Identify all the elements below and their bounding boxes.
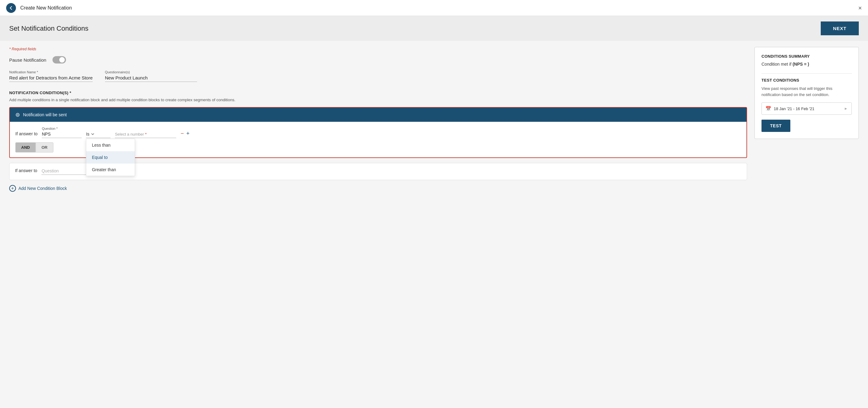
- questionnaires-group: Questionnaire(s) New Product Launch: [105, 70, 197, 82]
- plus-circle-icon: +: [9, 185, 16, 192]
- and-button[interactable]: AND: [16, 142, 36, 153]
- sub-header-title: Set Notification Conditions: [9, 25, 88, 33]
- calendar-icon: 📅: [766, 106, 771, 112]
- option-equal-to[interactable]: Equal to: [86, 151, 135, 163]
- option-greater-than[interactable]: Greater than: [86, 163, 135, 176]
- chevron-down-icon: [91, 132, 94, 135]
- fields-row: Notification Name * Red alert for Detrac…: [9, 70, 747, 82]
- pause-label: Pause Notification: [9, 57, 46, 63]
- toggle-thumb: [59, 57, 65, 63]
- add-condition-label: Add New Condition Block: [19, 186, 67, 191]
- conditions-summary-title: CONDITIONS SUMMARY: [762, 54, 852, 59]
- date-range-left: 📅 18 Jan '21 - 16 Feb '21: [766, 106, 814, 112]
- operator-dropdown-trigger[interactable]: Is: [86, 132, 111, 138]
- back-button[interactable]: [6, 3, 16, 13]
- main-content: * Required fields Pause Notification Not…: [0, 41, 868, 408]
- top-bar: Create New Notification ×: [0, 0, 868, 16]
- test-conditions-description: View past responses that will trigger th…: [762, 86, 852, 98]
- question-field-value[interactable]: NPS: [42, 132, 82, 138]
- operator-dropdown-menu: Less than Equal to Greater than: [86, 139, 135, 176]
- questionnaires-label: Questionnaire(s): [105, 70, 197, 74]
- option-less-than[interactable]: Less than: [86, 139, 135, 151]
- notification-name-group: Notification Name * Red alert for Detrac…: [9, 70, 93, 82]
- conditions-section-desc: Add multiple conditions in a single noti…: [9, 98, 747, 102]
- questionnaires-value[interactable]: New Product Launch: [105, 75, 197, 82]
- empty-question-field[interactable]: Question: [41, 168, 91, 175]
- row-actions: − +: [181, 130, 189, 138]
- check-circle-icon: ⊚: [16, 112, 20, 118]
- summary-divider: [762, 73, 852, 74]
- operator-dropdown-wrapper: Is Less than Equal to Greater than: [86, 132, 111, 138]
- date-range-row[interactable]: 📅 18 Jan '21 - 16 Feb '21 ►: [762, 102, 852, 115]
- test-button[interactable]: TEST: [762, 120, 790, 132]
- add-condition-button[interactable]: +: [186, 130, 190, 137]
- question-field-label: Question *: [42, 127, 82, 130]
- date-range-arrow: ►: [844, 106, 848, 111]
- empty-if-label: If answer to: [15, 168, 37, 175]
- test-conditions-title: TEST CONDITIONS: [762, 78, 852, 83]
- number-placeholder: Select a number *: [115, 132, 146, 136]
- question-field: Question * NPS: [42, 127, 82, 138]
- conditions-section-title: NOTIFICATION CONDITION(S) *: [9, 91, 747, 95]
- required-asterisk: *: [145, 132, 147, 136]
- next-button[interactable]: NEXT: [821, 22, 859, 35]
- conditions-summary-text: Condition met if (NPS = ): [762, 62, 852, 67]
- notification-name-label: Notification Name *: [9, 70, 93, 74]
- notification-name-value[interactable]: Red alert for Detractors from Acme Store: [9, 75, 93, 82]
- right-panel: CONDITIONS SUMMARY Condition met if (NPS…: [754, 47, 859, 408]
- left-panel: * Required fields Pause Notification Not…: [9, 47, 747, 408]
- add-condition-block-button[interactable]: + Add New Condition Block: [9, 185, 747, 192]
- page-title: Create New Notification: [20, 5, 858, 11]
- or-button[interactable]: OR: [36, 142, 53, 153]
- condition-block-1: ⊚ Notification will be sent If answer to…: [9, 107, 747, 158]
- condition-body: If answer to Question * NPS Is Less: [10, 122, 746, 157]
- condition-block-header: ⊚ Notification will be sent: [10, 108, 746, 122]
- operator-selected-value: Is: [86, 132, 89, 136]
- pause-toggle[interactable]: [53, 56, 66, 63]
- condition-value: (NPS = ): [793, 62, 809, 67]
- summary-box: CONDITIONS SUMMARY Condition met if (NPS…: [754, 47, 859, 139]
- condition-row: If answer to Question * NPS Is Less: [16, 127, 741, 138]
- remove-condition-button[interactable]: −: [181, 130, 184, 137]
- required-label: * Required fields: [9, 47, 747, 51]
- number-select[interactable]: Select a number *: [115, 132, 176, 138]
- close-button[interactable]: ×: [858, 5, 862, 11]
- pause-row: Pause Notification: [9, 56, 747, 63]
- if-label: If answer to: [16, 131, 37, 138]
- condition-header-text: Notification will be sent: [23, 112, 67, 117]
- condition-prefix: Condition met if: [762, 62, 793, 67]
- date-range-text: 18 Jan '21 - 16 Feb '21: [774, 106, 814, 111]
- sub-header: Set Notification Conditions NEXT: [0, 16, 868, 41]
